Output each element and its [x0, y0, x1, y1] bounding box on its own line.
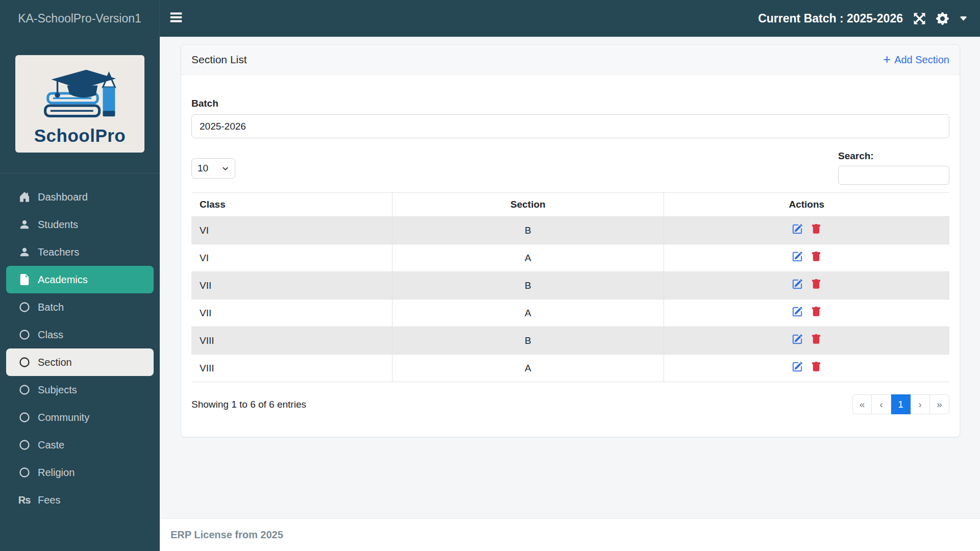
actions-cell: [664, 355, 949, 382]
current-batch-label: Current Batch : 2025-2026: [758, 12, 903, 26]
table-body: VIBVIAVIIBVIIAVIIIBVIIIA: [191, 217, 949, 382]
edit-button[interactable]: [792, 224, 802, 237]
trash-icon: [811, 334, 821, 347]
sidebar-item-label: Subjects: [38, 384, 77, 396]
circle-icon: [18, 384, 31, 396]
trash-icon: [811, 279, 821, 292]
class-cell: VI: [191, 217, 393, 244]
last-page-button[interactable]: »: [930, 394, 949, 414]
edit-button[interactable]: [792, 279, 802, 292]
menu-toggle-button[interactable]: [169, 11, 184, 26]
actions-cell: [664, 272, 949, 299]
search-input[interactable]: [838, 166, 949, 185]
sidebar-item-section[interactable]: Section: [6, 348, 154, 376]
chevron-down-icon: [222, 165, 229, 172]
sidebar-item-label: Batch: [38, 302, 64, 313]
delete-button[interactable]: [811, 224, 821, 237]
edit-button[interactable]: [792, 334, 802, 347]
sidebar-item-class[interactable]: Class: [0, 321, 160, 348]
section-cell: B: [393, 272, 664, 299]
search-label: Search:: [838, 151, 949, 162]
add-section-label: Add Section: [894, 54, 949, 66]
table-controls: 10 Search:: [191, 151, 949, 185]
class-cell: VIII: [191, 355, 393, 382]
edit-button[interactable]: [792, 307, 802, 319]
topbar: KA-SchoolPro-Version1 Current Batch : 20…: [0, 0, 980, 37]
section-cell: B: [393, 217, 664, 244]
delete-button[interactable]: [811, 252, 821, 264]
caret-down-icon[interactable]: [959, 12, 972, 25]
plus-icon: +: [883, 53, 891, 66]
delete-button[interactable]: [811, 279, 821, 292]
circle-icon: [18, 411, 31, 424]
sidebar-item-label: Class: [38, 329, 63, 341]
page-1-button[interactable]: 1: [891, 394, 911, 414]
edit-icon: [792, 334, 802, 347]
sidebar: SchoolPro DashboardStudentsTeachersAcade…: [0, 37, 160, 551]
section-table: Class Section Actions VIBVIAVIIBVIIAVIII…: [191, 192, 949, 382]
sidebar-divider: [0, 173, 160, 173]
next-page-button[interactable]: ›: [911, 394, 930, 414]
delete-button[interactable]: [811, 334, 821, 347]
sidebar-item-subjects[interactable]: Subjects: [0, 376, 160, 404]
first-page-button[interactable]: «: [852, 394, 872, 414]
sidebar-item-fees[interactable]: RsFees: [0, 486, 160, 514]
settings-gear-icon[interactable]: [936, 12, 949, 25]
footer-license-text: ERP License from 2025: [170, 529, 283, 541]
sidebar-item-label: Academics: [38, 274, 88, 286]
batch-input[interactable]: [191, 114, 949, 138]
sidebar-item-community[interactable]: Community: [0, 404, 160, 431]
sidebar-item-label: Caste: [38, 439, 64, 451]
fullscreen-icon[interactable]: [913, 12, 926, 25]
showing-entries-text: Showing 1 to 6 of 6 entries: [191, 399, 306, 410]
sidebar-item-label: Dashboard: [38, 191, 88, 203]
edit-button[interactable]: [792, 362, 802, 374]
sidebar-item-dashboard[interactable]: Dashboard: [0, 183, 160, 211]
sidebar-item-batch[interactable]: Batch: [0, 293, 160, 321]
col-header-class[interactable]: Class: [191, 193, 393, 217]
circle-icon: [18, 301, 31, 314]
edit-button[interactable]: [792, 252, 802, 264]
edit-icon: [792, 279, 802, 292]
table-row: VIIIB: [191, 327, 949, 355]
section-list-card: Section List + Add Section Batch 10 Sear…: [181, 44, 960, 437]
actions-cell: [664, 299, 949, 327]
logo-text: SchoolPro: [34, 127, 126, 144]
class-cell: VIII: [191, 327, 393, 355]
sidebar-item-label: Fees: [38, 494, 60, 506]
hamburger-icon: [169, 10, 183, 27]
home-icon: [18, 191, 31, 204]
sidebar-nav: DashboardStudentsTeachersAcademicsBatchC…: [0, 183, 160, 514]
table-row: VIA: [191, 244, 949, 272]
sidebar-item-teachers[interactable]: Teachers: [0, 238, 160, 266]
sidebar-item-academics[interactable]: Academics: [6, 266, 154, 293]
trash-icon: [811, 252, 821, 264]
edit-icon: [792, 307, 802, 319]
section-cell: A: [393, 299, 664, 327]
actions-cell: [664, 327, 949, 355]
section-cell: B: [393, 327, 664, 355]
previous-page-button[interactable]: ‹: [872, 394, 891, 414]
trash-icon: [811, 307, 821, 319]
col-header-section[interactable]: Section: [393, 193, 664, 217]
sidebar-item-students[interactable]: Students: [0, 211, 160, 238]
card-header: Section List + Add Section: [181, 45, 960, 75]
trash-icon: [811, 224, 821, 237]
batch-label: Batch: [191, 98, 949, 109]
table-row: VIIB: [191, 272, 949, 299]
sidebar-item-label: Religion: [38, 467, 75, 479]
section-cell: A: [393, 244, 664, 272]
sidebar-item-caste[interactable]: Caste: [0, 431, 160, 459]
class-cell: VI: [191, 244, 393, 272]
sidebar-item-label: Section: [38, 357, 72, 368]
page-size-select[interactable]: 10: [191, 158, 235, 179]
file-icon: [18, 273, 31, 286]
search-block: Search:: [838, 151, 949, 185]
card-title: Section List: [191, 54, 247, 66]
delete-button[interactable]: [811, 307, 821, 319]
sidebar-item-religion[interactable]: Religion: [0, 459, 160, 486]
schoolpro-logo: SchoolPro: [15, 55, 144, 153]
table-row: VIIA: [191, 299, 949, 327]
add-section-button[interactable]: + Add Section: [883, 54, 949, 66]
delete-button[interactable]: [811, 362, 821, 374]
